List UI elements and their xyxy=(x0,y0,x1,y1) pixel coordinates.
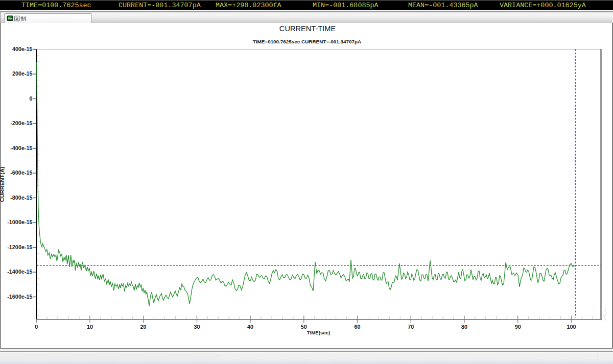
svg-text:30: 30 xyxy=(194,324,200,330)
svg-text:60: 60 xyxy=(354,324,360,330)
svg-text:CURRENT-TIME: CURRENT-TIME xyxy=(279,25,336,33)
svg-text:-800e-15: -800e-15 xyxy=(10,195,32,201)
svg-text:-200e-15: -200e-15 xyxy=(10,120,32,126)
svg-text:40: 40 xyxy=(247,324,253,330)
svg-text:-1400e-15: -1400e-15 xyxy=(7,269,32,275)
svg-text:-1000e-15: -1000e-15 xyxy=(7,219,32,225)
svg-text:-400e-15: -400e-15 xyxy=(10,145,32,151)
svg-text:TIME=0100.7625sec CURRENT=-001: TIME=0100.7625sec CURRENT=-001.34707pA xyxy=(253,39,361,44)
svg-text:CURRENT(A): CURRENT(A) xyxy=(0,166,5,202)
svg-text:-1600e-15: -1600e-15 xyxy=(7,294,32,300)
svg-text:70: 70 xyxy=(408,324,414,330)
svg-text:10: 10 xyxy=(87,324,93,330)
svg-text:400e-15: 400e-15 xyxy=(12,46,33,52)
svg-text:-1200e-15: -1200e-15 xyxy=(7,244,32,250)
svg-text:-600e-15: -600e-15 xyxy=(10,169,32,176)
svg-text:90: 90 xyxy=(515,324,521,330)
svg-text:200e-15: 200e-15 xyxy=(12,70,33,77)
svg-text:50: 50 xyxy=(301,324,307,330)
svg-text:100: 100 xyxy=(567,324,576,330)
svg-text:TIME(sec): TIME(sec) xyxy=(307,330,330,335)
svg-text:0: 0 xyxy=(35,324,38,330)
svg-text:0: 0 xyxy=(29,95,32,102)
svg-text:80: 80 xyxy=(461,324,467,330)
svg-text:20: 20 xyxy=(140,324,147,330)
